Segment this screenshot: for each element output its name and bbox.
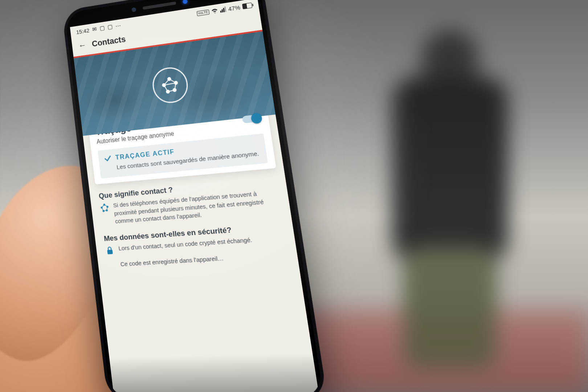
phone-top-bezel [65,0,261,28]
svg-point-8 [103,210,105,212]
svg-point-2 [174,81,178,85]
signal-icon [220,7,226,13]
svg-point-5 [103,204,105,205]
background-floor [218,312,588,392]
section-body: Lors d'un contact, seul un code crypté e… [118,236,253,255]
svg-point-6 [101,207,103,209]
section-body: Si des téléphones équipés de l'applicati… [113,188,281,226]
app-bar: ← Contacts [71,9,262,57]
section-heading: Mes données sont-elles en sécurité? [103,222,283,243]
wifi-icon [211,7,218,15]
tracing-title: Traçage [95,117,173,138]
background-person-silhouette [377,22,530,370]
battery-text: 47% [228,4,241,12]
network-icon [100,203,110,213]
svg-rect-10 [107,250,113,254]
phone-screen: 15:42 ✉ ▢ ▢ ⋯ VoLTE 47% [70,0,319,392]
android-status-bar: 15:42 ✉ ▢ ▢ ⋯ VoLTE 47% [70,0,259,38]
status-time: 15:42 [76,27,90,35]
more-icon: ⋯ [115,22,121,29]
tracing-status-box: TRAÇAGE ACTIF Les contacts sont sauvegar… [98,134,268,179]
lock-icon [105,246,115,256]
page-title: Contacts [91,34,126,49]
hero-banner [73,30,275,136]
section-heading: Que signifie contact ? [98,176,277,200]
hero-network-icon [151,65,190,105]
photo-scene: 15:42 ✉ ▢ ▢ ⋯ VoLTE 47% [0,0,588,392]
tracing-subtitle: Autoriser le traçage anonyme [96,130,175,146]
back-arrow-icon[interactable]: ← [78,40,87,51]
tracing-card: Traçage Autoriser le traçage anonyme TRA… [87,100,276,184]
tracing-toggle[interactable] [242,114,261,123]
svg-point-0 [168,77,171,81]
image-icon: ▢ [107,23,113,30]
svg-point-3 [166,90,170,93]
svg-point-9 [106,209,108,211]
svg-point-1 [162,83,166,87]
svg-point-4 [173,88,176,91]
svg-point-7 [107,206,109,208]
section-contact-meaning: Que signifie contact ? Si des téléphones… [89,167,291,227]
battery-icon [242,3,253,9]
smartphone: 15:42 ✉ ▢ ▢ ⋯ VoLTE 47% [62,0,402,392]
section-data-security: Mes données sont-elles en sécurité? Lors… [94,213,298,270]
check-icon [103,154,113,163]
image-icon: ▢ [99,24,105,32]
tracing-status-body: Les contacts sont sauvegardés de manière… [116,149,261,171]
tracing-status-heading: TRAÇAGE ACTIF [115,148,175,162]
hand-holding-phone [0,116,218,392]
mail-icon: ✉ [92,26,97,33]
section-body-continued: Ce code est enregistré dans l'appareil… [120,254,224,269]
volte-badge: VoLTE [196,9,209,16]
